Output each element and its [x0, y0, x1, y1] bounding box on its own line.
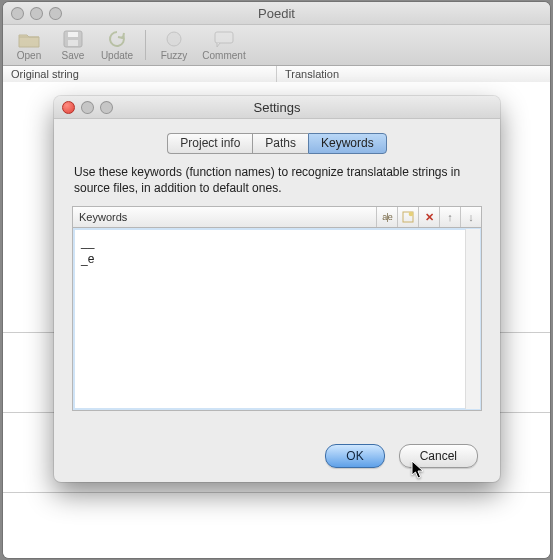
tab-paths[interactable]: Paths: [252, 133, 308, 154]
keywords-tools: a|e ✕ ↑ ↓: [376, 207, 481, 227]
list-item[interactable]: __: [81, 234, 473, 250]
toolbar-save-label: Save: [62, 50, 85, 61]
dialog-tabs: Project info Paths Keywords: [72, 133, 482, 154]
tab-keywords[interactable]: Keywords: [308, 133, 387, 154]
comment-icon: [212, 29, 236, 49]
tab-project-info[interactable]: Project info: [167, 133, 252, 154]
main-titlebar: Poedit: [3, 2, 550, 25]
svg-point-3: [167, 32, 181, 46]
keywords-header-label: Keywords: [73, 211, 376, 223]
svg-rect-4: [215, 32, 233, 43]
open-icon: [17, 29, 41, 49]
svg-rect-2: [68, 40, 78, 46]
save-icon: [61, 29, 85, 49]
cancel-button[interactable]: Cancel: [399, 444, 478, 468]
zoom-dot[interactable]: [49, 7, 62, 20]
toolbar-fuzzy-label: Fuzzy: [161, 50, 188, 61]
dialog-description: Use these keywords (function names) to r…: [74, 164, 480, 196]
toolbar-fuzzy[interactable]: Fuzzy: [154, 29, 194, 61]
dialog-title: Settings: [54, 100, 500, 115]
dialog-traffic-lights: [62, 101, 113, 114]
scrollbar[interactable]: [465, 229, 480, 409]
new-item-icon[interactable]: [397, 207, 418, 227]
list-item[interactable]: _e: [81, 251, 473, 267]
move-up-icon[interactable]: ↑: [439, 207, 460, 227]
rename-icon[interactable]: a|e: [376, 207, 397, 227]
move-down-icon[interactable]: ↓: [460, 207, 481, 227]
keywords-header-row: Keywords a|e ✕ ↑ ↓: [72, 206, 482, 228]
settings-dialog: Settings Project info Paths Keywords Use…: [54, 96, 500, 482]
main-toolbar: Open Save Update Fuzzy Comment: [3, 25, 550, 66]
ok-button[interactable]: OK: [325, 444, 384, 468]
minimize-dot[interactable]: [30, 7, 43, 20]
dialog-body: Project info Paths Keywords Use these ke…: [54, 119, 500, 411]
toolbar-save[interactable]: Save: [53, 29, 93, 61]
toolbar-comment-label: Comment: [202, 50, 245, 61]
svg-point-6: [409, 212, 414, 217]
main-traffic-lights: [11, 7, 62, 20]
keywords-list[interactable]: __ _e: [72, 228, 482, 411]
svg-rect-1: [68, 32, 78, 37]
keywords-section: Keywords a|e ✕ ↑ ↓ __ _e: [72, 206, 482, 411]
toolbar-open-label: Open: [17, 50, 41, 61]
toolbar-update[interactable]: Update: [97, 29, 137, 61]
toolbar-update-label: Update: [101, 50, 133, 61]
fuzzy-icon: [162, 29, 186, 49]
dialog-close-dot[interactable]: [62, 101, 75, 114]
dialog-zoom-dot[interactable]: [100, 101, 113, 114]
dialog-buttons: OK Cancel: [325, 444, 478, 468]
toolbar-separator: [145, 30, 146, 60]
update-icon: [105, 29, 129, 49]
toolbar-comment[interactable]: Comment: [198, 29, 250, 61]
dialog-minimize-dot[interactable]: [81, 101, 94, 114]
dialog-titlebar: Settings: [54, 96, 500, 119]
delete-icon[interactable]: ✕: [418, 207, 439, 227]
toolbar-open[interactable]: Open: [9, 29, 49, 61]
close-dot[interactable]: [11, 7, 24, 20]
main-title: Poedit: [3, 6, 550, 21]
